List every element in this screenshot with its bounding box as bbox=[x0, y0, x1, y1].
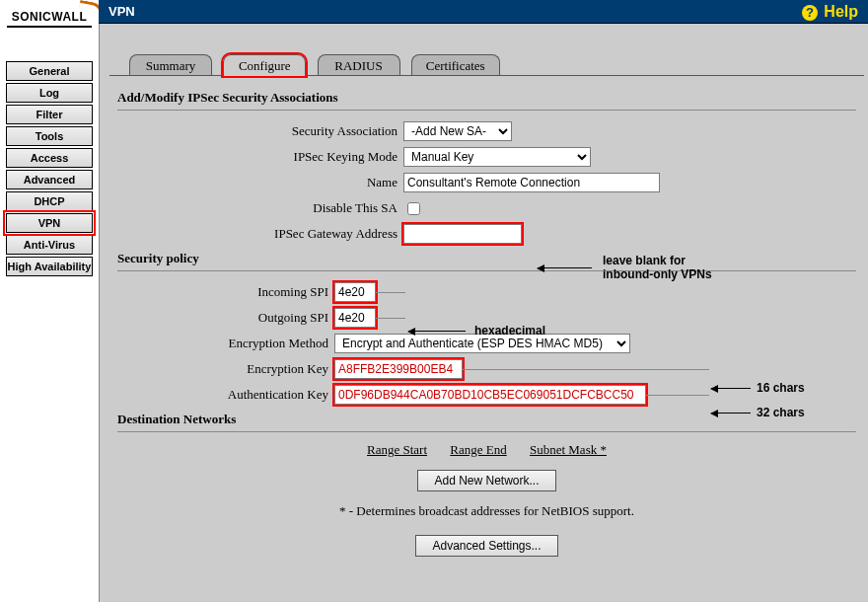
tab-summary[interactable]: Summary bbox=[129, 54, 212, 76]
col-range-end: Range End bbox=[450, 442, 506, 457]
arrow-icon bbox=[538, 267, 592, 268]
annot-enckey: 16 chars bbox=[757, 381, 805, 395]
divider bbox=[117, 270, 856, 271]
logo-area: SONICWALL bbox=[0, 0, 99, 59]
help-label: Help bbox=[824, 3, 858, 20]
gateway-input[interactable] bbox=[403, 224, 522, 244]
sa-select[interactable]: -Add New SA- bbox=[403, 121, 512, 141]
sidebar-item-advanced[interactable]: Advanced bbox=[6, 170, 93, 189]
topbar: VPN ? Help bbox=[99, 0, 868, 24]
sa-label: Security Association bbox=[117, 123, 403, 139]
sidebar-item-filter[interactable]: Filter bbox=[6, 105, 93, 124]
enc-key-label: Encryption Key bbox=[117, 361, 334, 377]
annot-authkey: 32 chars bbox=[757, 406, 805, 419]
sidebar-item-access[interactable]: Access bbox=[6, 148, 93, 168]
dest-columns: Range Start Range End Subnet Mask * bbox=[117, 442, 856, 458]
arrow-icon bbox=[711, 388, 751, 389]
logo-underline bbox=[7, 26, 92, 28]
sidebar-item-log[interactable]: Log bbox=[6, 83, 93, 103]
annot-spi: hexadecimal bbox=[474, 324, 545, 338]
logo-text: SONICWALL bbox=[12, 10, 88, 24]
keying-label: IPSec Keying Mode bbox=[117, 149, 403, 165]
page-title: VPN bbox=[108, 4, 135, 19]
col-subnet: Subnet Mask * bbox=[530, 442, 607, 457]
auth-key-input[interactable] bbox=[334, 385, 646, 405]
sidebar-item-high-availability[interactable]: High Availability bbox=[6, 257, 93, 276]
help-icon: ? bbox=[802, 5, 818, 21]
arrow-icon bbox=[408, 331, 466, 332]
enc-key-input[interactable] bbox=[334, 359, 463, 379]
enc-method-label: Encryption Method bbox=[117, 336, 334, 351]
out-spi-label: Outgoing SPI bbox=[117, 310, 334, 326]
sidebar-item-general[interactable]: General bbox=[6, 61, 93, 81]
netbios-note: * - Determines broadcast addresses for N… bbox=[117, 503, 856, 519]
sidebar: General Log Filter Tools Access Advanced… bbox=[0, 59, 99, 278]
divider bbox=[117, 431, 856, 432]
section-destination: Destination Networks bbox=[117, 412, 856, 427]
tab-certificates[interactable]: Certificates bbox=[411, 54, 500, 76]
panel: Add/Modify IPSec Security Associations S… bbox=[109, 75, 864, 598]
help-link[interactable]: ? Help bbox=[802, 0, 858, 24]
content-area: Summary Configure RADIUS Certificates Ad… bbox=[99, 24, 868, 602]
name-input[interactable] bbox=[403, 173, 660, 192]
tabs: Summary Configure RADIUS Certificates bbox=[129, 53, 508, 75]
tab-configure[interactable]: Configure bbox=[223, 54, 306, 76]
sidebar-item-dhcp[interactable]: DHCP bbox=[6, 191, 93, 211]
out-spi-input[interactable] bbox=[334, 308, 376, 328]
disable-checkbox[interactable] bbox=[407, 202, 420, 215]
add-network-button[interactable]: Add New Network... bbox=[417, 470, 555, 491]
name-label: Name bbox=[117, 175, 403, 190]
col-range-start: Range Start bbox=[367, 442, 427, 457]
logo: SONICWALL bbox=[0, 10, 99, 28]
advanced-settings-button[interactable]: Advanced Settings... bbox=[415, 535, 557, 557]
in-spi-label: Incoming SPI bbox=[117, 284, 334, 300]
section-security-policy: Security policy bbox=[117, 251, 856, 266]
section-add-modify: Add/Modify IPSec Security Associations bbox=[117, 90, 856, 106]
annot-gateway: leave blank for inbound-only VPNs bbox=[603, 254, 712, 281]
sidebar-item-tools[interactable]: Tools bbox=[6, 126, 93, 146]
disable-label: Disable This SA bbox=[117, 200, 403, 216]
divider bbox=[117, 110, 856, 111]
tab-radius[interactable]: RADIUS bbox=[318, 54, 400, 76]
keying-select[interactable]: Manual Key bbox=[403, 147, 591, 167]
in-spi-input[interactable] bbox=[334, 282, 376, 302]
gateway-label: IPSec Gateway Address bbox=[117, 226, 403, 242]
arrow-icon bbox=[711, 413, 751, 414]
auth-key-label: Authentication Key bbox=[117, 387, 334, 403]
sidebar-item-vpn[interactable]: VPN bbox=[6, 213, 93, 233]
sidebar-item-antivirus[interactable]: Anti-Virus bbox=[6, 235, 93, 255]
